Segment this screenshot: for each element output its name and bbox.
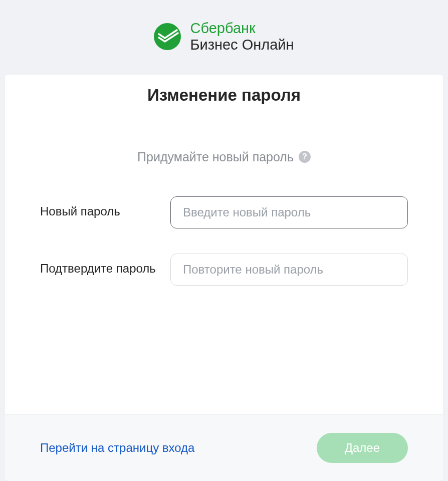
next-button[interactable]: Далее xyxy=(317,433,408,463)
new-password-label: Новый пароль xyxy=(40,196,170,219)
card-title: Изменение пароля xyxy=(5,86,443,105)
new-password-row: Новый пароль xyxy=(40,196,408,228)
card-header: Изменение пароля xyxy=(5,75,443,105)
confirm-password-label: Подтвердите пароль xyxy=(40,254,170,276)
card-footer: Перейти на страницу входа Далее xyxy=(5,414,443,481)
form-area: Новый пароль Подтвердите пароль xyxy=(5,164,443,414)
back-to-login-link[interactable]: Перейти на страницу входа xyxy=(40,441,194,455)
brand-line1: Сбербанк xyxy=(190,20,294,37)
sberbank-logo-icon xyxy=(154,23,181,50)
confirm-password-row: Подтвердите пароль xyxy=(40,254,408,286)
help-icon[interactable]: ? xyxy=(299,151,311,163)
confirm-password-input[interactable] xyxy=(170,254,408,286)
new-password-input[interactable] xyxy=(170,196,408,228)
subtitle-text: Придумайте новый пароль xyxy=(137,150,294,164)
subtitle-row: Придумайте новый пароль ? xyxy=(5,105,443,164)
brand-text: Сбербанк Бизнес Онлайн xyxy=(190,20,294,54)
brand-line2: Бизнес Онлайн xyxy=(190,37,294,53)
password-change-card: Изменение пароля Придумайте новый пароль… xyxy=(5,75,443,481)
page-header: Сбербанк Бизнес Онлайн xyxy=(0,0,448,75)
